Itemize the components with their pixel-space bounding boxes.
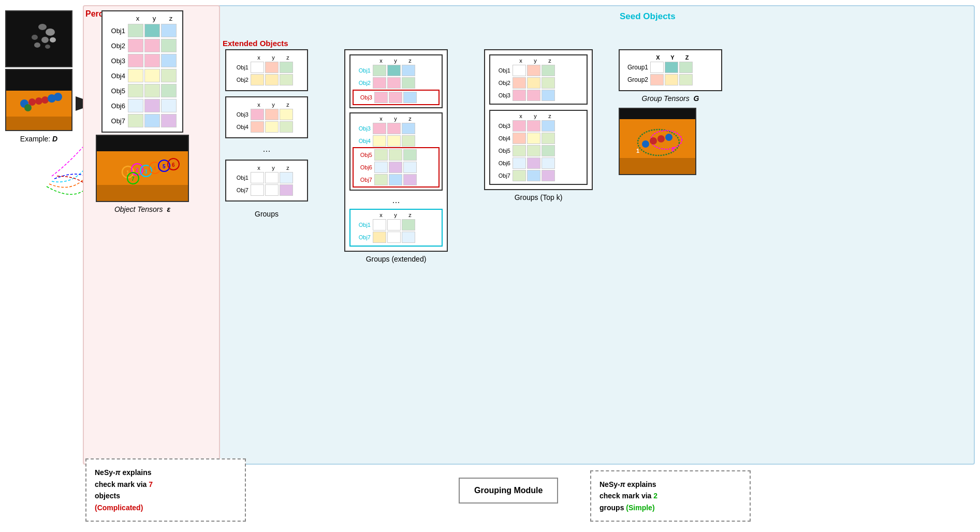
groups-extended-label: Groups (extended) [344,255,448,263]
svg-point-25 [35,97,42,105]
tensor-row-obj6: Obj6 [106,98,179,113]
ext2-row-obj7: Obj7 [354,174,438,186]
svg-point-13 [38,24,47,30]
object-tensors-symbol: ε [167,205,170,213]
group-box-2: x y z Obj3 Obj4 [225,96,308,138]
tensor-row-obj3: Obj3 [106,53,179,68]
bottom-left-box: NeSy-π explains check mark via 7 objects… [85,458,246,522]
bottom-right-text: NeSy-π explains check mark via 2 groups … [599,479,741,513]
group-tensors-text: Group Tensors [642,94,690,103]
svg-point-26 [41,96,49,104]
svg-rect-22 [6,70,72,91]
group-box-1: x y z Obj1 Obj2 [225,49,308,91]
svg-rect-21 [6,117,72,131]
svg-point-28 [54,93,62,101]
svg-text:2: 2 [671,146,675,152]
group-tensors-outer: X Y Z Group1 Group2 [619,49,722,91]
bottom-left-text: NeSy-π explains check mark via 7 objects… [95,467,237,513]
topk2-obj3: Obj3 [492,120,584,132]
group2-header: x y z [252,102,303,108]
ext3-row-obj1: Obj1 [353,219,440,231]
group1-header: x y z [252,54,303,61]
extended-objects-label: Extended Objects [223,39,288,48]
svg-point-29 [24,104,32,111]
svg-rect-49 [620,109,696,119]
groups-extended-section: x y z Obj1 Obj2 Obj3 [344,49,448,263]
topk-group-1: x y z Obj1 Obj2 Obj3 [489,54,588,105]
group3-header: x y z [252,165,303,171]
group2-row2: Obj4 [230,121,303,133]
topk1-obj2: Obj2 [492,77,584,89]
svg-point-14 [46,28,55,36]
svg-text:7: 7 [131,176,135,182]
ext-group-1: x y z Obj1 Obj2 Obj3 [349,54,443,108]
ext-group-2: x y z Obj3 Obj4 Obj5 [349,112,443,191]
group1-row2: Obj2 [230,74,303,86]
groups-topk-section: x y z Obj1 Obj2 Obj3 [484,49,593,202]
ext-row-obj3: Obj3 [354,91,438,104]
svg-point-54 [657,135,665,142]
svg-text:2: 2 [136,167,139,173]
svg-text:3: 3 [144,169,148,175]
topk2-obj5: Obj5 [492,145,584,157]
grouping-module-box: Grouping Module [459,478,558,504]
ext3-row-obj7: Obj7 [353,231,440,243]
svg-text:5: 5 [163,164,166,169]
object-tensor-scene: 1 2 3 4 5 6 7 [96,135,189,202]
groups-label: Groups [255,210,279,218]
object-tensors-text: Object Tensors [114,205,163,213]
blue-background-region [217,5,975,465]
result-scene-image: 1 2 [619,108,696,175]
svg-text:1: 1 [636,148,639,154]
grouping-module-label: Grouping Module [474,486,543,495]
topk1-obj3: Obj3 [492,89,584,102]
ext-dots: ... [349,195,443,206]
svg-point-53 [650,137,657,145]
ext2-row-obj6: Obj6 [354,161,438,174]
example-section: Example: D [5,10,72,143]
group-box-3: x y z Obj1 Obj7 [225,160,308,202]
topk-group-2: x y z Obj3 Obj4 Obj5 [489,110,588,185]
gt-group2: Group2 [624,74,717,86]
ext-group-3: x y z Obj1 Obj7 [349,209,443,247]
ext2-row-obj5: Obj5 [354,149,438,161]
group3-row2: Obj7 [230,184,303,196]
tensor-row-obj1: Obj1 [106,23,179,38]
example-label: Example: D [20,135,57,143]
topk1-obj1: Obj1 [492,64,584,77]
tensor-row-obj4: Obj4 [106,68,179,83]
svg-point-55 [665,134,672,141]
bottom-right-highlight: (Simple) [626,504,654,512]
object-tensors-section: x y z Obj1 Obj2 Obj3 Obj4 [96,10,189,213]
topk2-obj4: Obj4 [492,132,584,145]
group-tensors-symbol: G [694,94,699,103]
bottom-right-box: NeSy-π explains check mark via 2 groups … [590,470,751,522]
group-tensors-section: X Y Z Group1 Group2 Group Tensors G [619,49,722,175]
svg-point-15 [32,35,38,40]
gt-group1: Group1 [624,61,717,74]
tensor-row-obj7: Obj7 [106,113,179,128]
groups-topk-outer: x y z Obj1 Obj2 Obj3 [484,49,593,190]
svg-point-17 [50,37,56,42]
tensor-row-obj2: Obj2 [106,38,179,53]
svg-rect-31 [97,185,189,202]
groups-section: x y z Obj1 Obj2 x y z Obj3 [225,49,308,218]
groups-dots: ... [262,143,270,154]
group1-row1: Obj1 [230,61,303,74]
ext2-row-obj3: Obj3 [353,122,440,135]
svg-point-19 [45,45,50,49]
group3-row1: Obj1 [230,171,303,184]
svg-point-18 [34,42,40,48]
tensor-row-obj5: Obj5 [106,83,179,98]
bottom-left-highlight: (Complicated) [95,504,143,512]
svg-rect-48 [620,158,696,175]
example-image-scene [5,69,72,131]
topk2-obj7: Obj7 [492,169,584,182]
groups-topk-label: Groups (Top k) [484,193,593,202]
svg-text:6: 6 [172,162,175,168]
seed-objects-label: Seed Objects [620,11,676,22]
svg-text:4: 4 [153,166,156,171]
group-tensor-header: X Y Z [651,54,717,61]
svg-point-52 [642,140,649,148]
topk2-obj6: Obj6 [492,157,584,169]
